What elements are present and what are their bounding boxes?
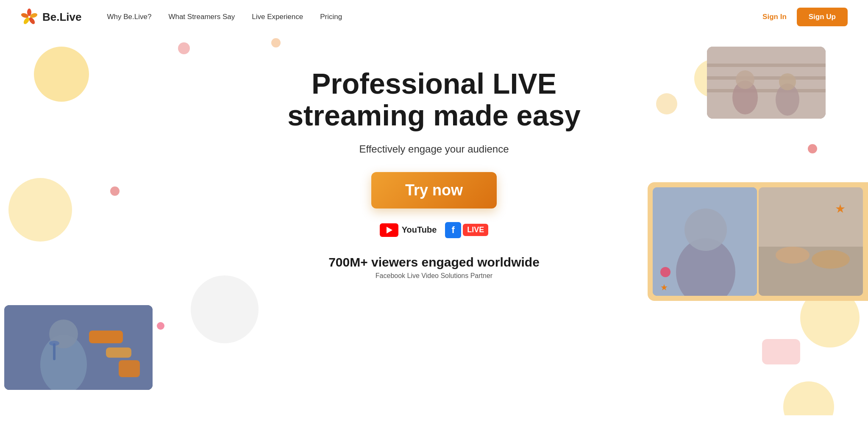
deco-circle-12 bbox=[783, 381, 834, 415]
video-panel-right-2: ★ bbox=[759, 187, 863, 296]
svg-point-17 bbox=[49, 341, 59, 346]
svg-rect-26 bbox=[759, 247, 863, 296]
svg-rect-8 bbox=[707, 89, 826, 92]
svg-rect-5 bbox=[707, 47, 826, 119]
star-decoration: ★ bbox=[660, 282, 668, 292]
svg-rect-19 bbox=[106, 347, 131, 358]
video-right-1-svg bbox=[653, 187, 757, 296]
facebook-live-logo: f LIVE bbox=[445, 222, 488, 238]
hero-title: Professional LIVE streaming made easy bbox=[243, 68, 625, 131]
logo-icon bbox=[20, 8, 38, 26]
svg-rect-7 bbox=[707, 76, 826, 80]
stat-partner: Facebook Live Video Solutions Partner bbox=[328, 272, 540, 280]
sign-in-button[interactable]: Sign In bbox=[762, 13, 787, 21]
deco-circle-3 bbox=[271, 38, 281, 47]
deco-circle-7 bbox=[157, 322, 164, 330]
nav-what-streamers-say[interactable]: What Streamers Say bbox=[168, 13, 235, 21]
deco-circle-8 bbox=[191, 275, 259, 343]
logo-text: Be.Live bbox=[42, 11, 82, 24]
sign-up-button[interactable]: Sign Up bbox=[797, 8, 848, 26]
svg-point-23 bbox=[684, 208, 727, 251]
video-scene-svg bbox=[707, 47, 826, 119]
deco-circle-6 bbox=[110, 186, 120, 196]
svg-rect-18 bbox=[89, 331, 123, 343]
svg-rect-6 bbox=[707, 64, 826, 67]
nav-links: Why Be.Live? What Streamers Say Live Exp… bbox=[107, 13, 342, 21]
nav-why-belive[interactable]: Why Be.Live? bbox=[107, 13, 152, 21]
video-inner-bottom-left bbox=[4, 305, 153, 390]
nav-right: Sign In Sign Up bbox=[762, 8, 848, 26]
hero-subtitle: Effectively engage your audience bbox=[359, 143, 509, 155]
youtube-play-icon bbox=[380, 223, 398, 237]
svg-point-28 bbox=[812, 250, 850, 269]
deco-circle-13 bbox=[656, 93, 677, 114]
platform-logos: YouTube f LIVE bbox=[380, 222, 489, 238]
deco-circle-1 bbox=[34, 47, 89, 102]
stat-section: 700M+ viewers engaged worldwide Facebook… bbox=[328, 255, 540, 280]
video-bl-svg bbox=[4, 305, 153, 390]
try-now-button[interactable]: Try now bbox=[371, 172, 497, 208]
navigation: Be.Live Why Be.Live? What Streamers Say … bbox=[0, 0, 868, 34]
deco-circle-11 bbox=[762, 339, 800, 364]
svg-point-27 bbox=[776, 247, 810, 264]
deco-circle-2 bbox=[178, 42, 190, 54]
youtube-label: YouTube bbox=[402, 225, 437, 235]
deco-circle-5 bbox=[8, 178, 72, 242]
stat-viewers: 700M+ viewers engaged worldwide bbox=[328, 255, 540, 270]
svg-point-10 bbox=[736, 70, 754, 89]
facebook-icon: f bbox=[445, 222, 461, 238]
svg-rect-20 bbox=[119, 360, 140, 377]
facebook-f-letter: f bbox=[452, 225, 455, 236]
svg-point-12 bbox=[779, 73, 796, 90]
nav-pricing[interactable]: Pricing bbox=[320, 13, 342, 21]
svg-point-24 bbox=[660, 267, 670, 277]
deco-circle-9 bbox=[808, 144, 817, 153]
logo-link[interactable]: Be.Live bbox=[20, 8, 82, 26]
facebook-live-badge: LIVE bbox=[463, 224, 488, 236]
video-right-2-svg: ★ bbox=[759, 187, 863, 296]
svg-text:★: ★ bbox=[835, 202, 846, 215]
video-panel-right-1 bbox=[653, 187, 757, 296]
video-inner-top-right bbox=[707, 47, 826, 119]
nav-live-experience[interactable]: Live Experience bbox=[252, 13, 303, 21]
video-panel-right: ★ ★ bbox=[648, 182, 868, 301]
youtube-logo: YouTube bbox=[380, 223, 437, 237]
hero-section: ★ ★ Professional LIVE streaming made eas… bbox=[0, 34, 868, 415]
video-thumbnail-top-right bbox=[707, 47, 826, 119]
video-thumbnail-bottom-left bbox=[4, 305, 153, 390]
